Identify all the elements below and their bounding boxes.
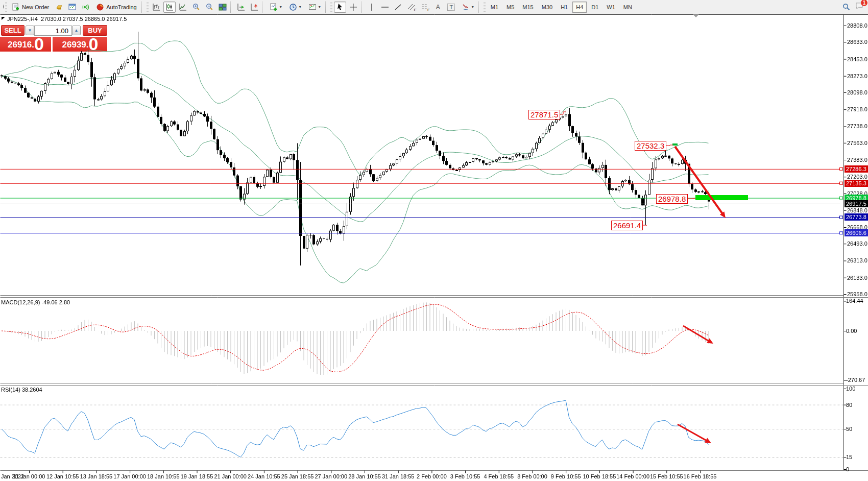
text-label-tool-button[interactable]: T	[445, 2, 457, 13]
autotrading-button[interactable]: AutoTrading	[93, 2, 140, 13]
time-axis-label: 19 Jan 18:55	[181, 473, 213, 479]
zoom-in-button[interactable]	[190, 2, 202, 13]
channel-tool-button[interactable]: E	[405, 2, 418, 13]
bar-chart-button[interactable]	[150, 2, 162, 13]
price-axis-label: 26133.0	[847, 275, 867, 281]
time-axis-label: 4 Feb 18:55	[484, 473, 514, 479]
dropdown-caret: ▾	[280, 5, 282, 9]
time-axis-label: 11 Jan 00:00	[13, 473, 45, 479]
time-axis-label: 31 Jan 18:55	[382, 473, 415, 479]
candlestick-chart-button[interactable]	[163, 2, 176, 13]
auto-scroll-button[interactable]	[235, 2, 247, 13]
vertical-line-tool-button[interactable]	[366, 2, 378, 13]
crosshair-icon	[349, 3, 357, 11]
price-annotation[interactable]: 27871.5	[528, 110, 560, 119]
fibonacci-tool-button[interactable]: F	[419, 2, 431, 13]
time-axis-label: 8 Feb 00:00	[517, 473, 547, 479]
templates-button[interactable]: ▾	[305, 2, 324, 13]
arrows-icon	[462, 3, 470, 11]
toolbar-separator	[325, 2, 328, 13]
rsi-label: RSI(14) 38.2604	[1, 387, 42, 393]
price-axis-label: 28453.0	[847, 56, 867, 62]
price-axis-label: 26848.0	[847, 207, 867, 213]
price-level-tag: 26606.6	[845, 229, 868, 236]
symbol-name: JPN225-,H4	[7, 16, 38, 22]
line-chart-button[interactable]	[177, 2, 189, 13]
time-axis-label: 16 Feb 18:55	[684, 473, 717, 479]
bar-chart-icon	[152, 3, 160, 11]
text-tool-button[interactable]: A	[432, 2, 444, 13]
autotrading-label: AutoTrading	[106, 4, 137, 10]
time-axis-label: 12 Jan 10:55	[46, 473, 79, 479]
notifications-button[interactable]: 1	[855, 2, 864, 12]
time-axis-label: 15 Feb 10:55	[650, 473, 683, 479]
rsi-axis-label: 100	[846, 386, 855, 392]
price-axis-label: 28098.0	[847, 89, 867, 95]
gold-button[interactable]	[53, 2, 65, 13]
time-axis-label: 10 Feb 18:55	[583, 473, 616, 479]
symbol-collapse-triangle[interactable]	[2, 17, 5, 20]
price-annotation[interactable]: 26978.8	[656, 194, 688, 204]
price-axis-label: 26313.0	[847, 257, 867, 263]
periods-button[interactable]: ▾	[286, 2, 304, 13]
price-level-tag: 27135.3	[845, 180, 868, 187]
dropdown-caret: ▾	[319, 5, 321, 9]
zoom-out-button[interactable]	[203, 2, 215, 13]
channel-letter: E	[414, 8, 416, 12]
time-axis-label: 13 Jan 18:55	[80, 473, 113, 479]
price-annotation[interactable]: 26691.4	[611, 221, 643, 230]
price-chart-canvas[interactable]	[0, 14, 868, 481]
price-axis-label: 28808.0	[847, 22, 867, 29]
price-axis-label: 27383.0	[847, 157, 867, 163]
periods-clock-icon	[289, 3, 297, 11]
toolbar-separator	[262, 2, 265, 13]
arrows-tool-button[interactable]: ▾	[459, 2, 477, 13]
chart-shift-marker[interactable]	[693, 14, 699, 17]
timeframe-button-w1[interactable]: W1	[603, 2, 619, 13]
new-order-label: New Order	[22, 4, 49, 10]
timeframe-button-d1[interactable]: D1	[588, 2, 602, 13]
price-level-tag: 26917.5	[845, 200, 868, 207]
timeframe-button-m1[interactable]: M1	[487, 2, 502, 13]
price-annotation[interactable]: 27532.3	[635, 141, 666, 151]
price-level-tag: 26773.8	[845, 213, 868, 221]
new-chart-icon	[270, 3, 278, 11]
toolbar-grip	[147, 2, 149, 12]
signal-button[interactable]	[80, 2, 92, 13]
horizontal-line-icon	[381, 3, 389, 11]
horizontal-line-tool-button[interactable]	[379, 2, 391, 13]
timeframe-button-h1[interactable]: H1	[557, 2, 571, 13]
market-watch-icon	[68, 3, 77, 11]
toolbar-grip	[484, 2, 486, 12]
timeframe-button-m30[interactable]: M30	[538, 2, 556, 13]
text-tool-icon: A	[436, 4, 440, 11]
market-watch-button[interactable]	[66, 2, 79, 13]
time-axis-label: 25 Jan 18:55	[281, 473, 314, 479]
chart-shift-button[interactable]	[248, 2, 260, 13]
tile-windows-button[interactable]	[216, 2, 229, 13]
new-order-button[interactable]: New Order	[9, 2, 52, 13]
trendline-icon	[394, 3, 402, 11]
time-axis-label: 3 Feb 10:55	[450, 473, 480, 479]
time-axis-label: 14 Feb 00:00	[616, 473, 649, 479]
cursor-tool-button[interactable]	[334, 2, 346, 13]
price-axis-label: 27563.0	[847, 140, 867, 146]
timeframe-button-m5[interactable]: M5	[503, 2, 518, 13]
timeframe-button-mn[interactable]: MN	[620, 2, 636, 13]
chart-title: JPN225-,H4 27030.0 27037.5 26865.0 26917…	[7, 16, 127, 22]
zoom-in-icon	[192, 3, 200, 11]
new-chart-button[interactable]: ▾	[267, 2, 285, 13]
price-axis-label: 27738.0	[847, 123, 867, 129]
toolbar-grip	[5, 2, 7, 12]
notification-badge: 1	[861, 0, 867, 6]
crosshair-tool-button[interactable]	[347, 2, 359, 13]
timeframe-button-h4[interactable]: H4	[572, 2, 587, 13]
ohlc-values: 27030.0 27037.5 26865.0 26917.5	[41, 16, 127, 22]
search-icon[interactable]	[842, 3, 850, 11]
price-axis-label: 25958.0	[847, 291, 867, 297]
time-axis-label: 18 Jan 10:55	[147, 473, 180, 479]
trendline-tool-button[interactable]	[392, 2, 404, 13]
macd-axis-label: 0.00	[846, 328, 857, 334]
timeframe-button-m15[interactable]: M15	[519, 2, 537, 13]
rsi-axis-label: 15	[846, 454, 852, 460]
